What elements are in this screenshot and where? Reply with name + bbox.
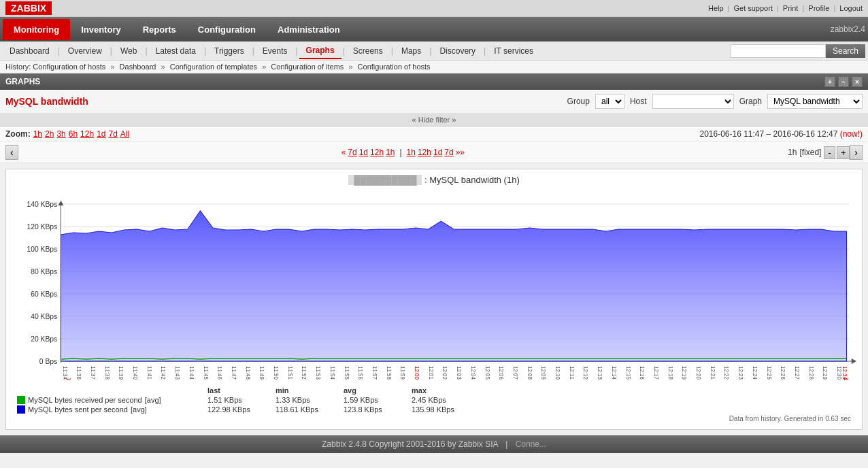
zoom-1d[interactable]: 1d: [97, 129, 105, 139]
svg-text:12:29: 12:29: [822, 366, 828, 380]
nav-back-far[interactable]: «: [341, 148, 346, 157]
breadcrumb-item-2[interactable]: Dashboard: [120, 63, 156, 71]
zoom-all[interactable]: All: [120, 129, 129, 139]
subnav-discovery[interactable]: Discovery: [433, 44, 482, 58]
breadcrumb-item-4[interactable]: Configuration of items: [271, 63, 344, 71]
nav-1d-back[interactable]: 1d: [359, 148, 368, 157]
collapse-icon[interactable]: −: [838, 76, 849, 87]
graph-title-prefix: ██████████: [348, 175, 422, 185]
subnav-screens[interactable]: Screens: [346, 44, 390, 58]
print-link[interactable]: Print: [783, 4, 799, 12]
svg-text:12:01: 12:01: [428, 366, 434, 380]
legend-max-received: 2.45 KBps: [412, 396, 493, 404]
zoom-12h[interactable]: 12h: [80, 129, 94, 139]
nav-1h-fwd[interactable]: 1h: [407, 148, 416, 157]
svg-text:12:04: 12:04: [470, 366, 476, 380]
subnav-dashboard[interactable]: Dashboard: [3, 44, 56, 58]
search-bar: Search: [731, 44, 865, 58]
subnav-events[interactable]: Events: [256, 44, 295, 58]
time-to: 2016-06-16 12:47: [773, 129, 838, 139]
svg-text:11:40: 11:40: [132, 366, 138, 380]
section-header-icons: + − ×: [824, 76, 863, 87]
close-icon[interactable]: ×: [852, 76, 863, 87]
legend-label-sent: MySQL bytes sent per second: [28, 405, 128, 414]
legend-col-min: min: [276, 386, 344, 395]
svg-text:60 KBps: 60 KBps: [31, 290, 57, 298]
nav-fixed: [fixed]: [799, 148, 821, 157]
nav-item-administration[interactable]: Administration: [267, 19, 351, 40]
nav-item-inventory[interactable]: Inventory: [70, 19, 132, 40]
top-bar-left: ZABBIX: [5, 1, 52, 15]
zoom-in-btn[interactable]: +: [837, 146, 850, 159]
nav-fwd-far[interactable]: »»: [456, 148, 465, 157]
subnav-graphs[interactable]: Graphs: [299, 43, 341, 59]
nav-item-configuration[interactable]: Configuration: [187, 19, 267, 40]
svg-text:12:12: 12:12: [582, 366, 588, 380]
nav-1d-fwd[interactable]: 1d: [433, 148, 442, 157]
graph-controls: Group all Host Graph MySQL bandwidth: [567, 94, 863, 109]
nav-12h-back[interactable]: 12h: [370, 148, 384, 157]
breadcrumb-item-1[interactable]: Configuration of hosts: [33, 63, 105, 71]
svg-text:11:58: 11:58: [386, 366, 392, 380]
zoom-label: Zoom:: [5, 129, 31, 139]
nav-item-monitoring[interactable]: Monitoring: [3, 19, 70, 40]
nav-12h-fwd[interactable]: 12h: [418, 148, 431, 157]
subnav-overview[interactable]: Overview: [61, 44, 109, 58]
svg-text:12:13: 12:13: [597, 366, 603, 380]
graph-select[interactable]: MySQL bandwidth: [767, 94, 863, 109]
legend-type-received: [avg]: [145, 396, 161, 404]
zoom-3h[interactable]: 3h: [56, 129, 65, 139]
next-arrow[interactable]: ›: [850, 145, 863, 160]
history-label: History:: [5, 63, 31, 71]
zoom-1h[interactable]: 1h: [33, 129, 42, 139]
svg-text:12:07: 12:07: [512, 366, 518, 380]
footer-connect[interactable]: Conne...: [516, 439, 546, 449]
get-support-link[interactable]: Get support: [733, 4, 772, 12]
subnav-latest-data[interactable]: Latest data: [149, 44, 203, 58]
legend: last min avg max MySQL bytes received pe…: [12, 386, 856, 414]
nav-7d-back[interactable]: 7d: [348, 148, 356, 157]
expand-icon[interactable]: +: [824, 76, 835, 87]
svg-text:80 KBps: 80 KBps: [31, 268, 57, 275]
svg-text:40 KBps: 40 KBps: [31, 313, 57, 320]
subnav-it-services[interactable]: IT services: [487, 44, 540, 58]
svg-text:12:19: 12:19: [681, 366, 687, 380]
logout-link[interactable]: Logout: [839, 4, 863, 12]
host-select[interactable]: [652, 94, 734, 109]
nav-1h-back[interactable]: 1h: [386, 148, 395, 157]
profile-link[interactable]: Profile: [808, 4, 829, 12]
legend-last-received: 1.51 KBps: [207, 396, 276, 404]
svg-text:12:26: 12:26: [780, 366, 786, 380]
svg-text:11:43: 11:43: [174, 366, 180, 380]
legend-color-received: [17, 396, 25, 404]
breadcrumb-item-5: Configuration of hosts: [358, 63, 431, 71]
legend-color-sent: [17, 405, 25, 414]
search-input[interactable]: [731, 44, 826, 58]
filter-bar[interactable]: « Hide filter »: [0, 114, 868, 127]
nav-item-reports[interactable]: Reports: [132, 19, 187, 40]
subnav-web[interactable]: Web: [114, 44, 144, 58]
help-link[interactable]: Help: [708, 4, 724, 12]
svg-text:11:41: 11:41: [146, 366, 152, 380]
zoom-2h[interactable]: 2h: [45, 129, 54, 139]
footer-copyright: Zabbix 2.4.8 Copyright 2001-2016 by Zabb…: [322, 439, 498, 449]
svg-text:11:59: 11:59: [399, 366, 405, 380]
zoom-out-btn[interactable]: -: [824, 146, 835, 159]
breadcrumb-item-3[interactable]: Configuration of templates: [170, 63, 257, 71]
zoom-7d[interactable]: 7d: [108, 129, 117, 139]
legend-label-received: MySQL bytes received per second: [28, 396, 142, 404]
group-select[interactable]: all: [595, 94, 624, 109]
svg-text:11:56: 11:56: [357, 366, 363, 380]
subnav-triggers[interactable]: Triggers: [207, 44, 251, 58]
svg-text:11:54: 11:54: [329, 366, 335, 380]
subnav-maps[interactable]: Maps: [395, 44, 428, 58]
zoom-6h[interactable]: 6h: [69, 129, 78, 139]
time-now[interactable]: (now!): [840, 129, 863, 139]
svg-text:11:37: 11:37: [90, 366, 96, 380]
graph-chart-title: ██████████ : MySQL bandwidth (1h): [12, 175, 856, 185]
prev-arrow[interactable]: ‹: [5, 145, 18, 160]
search-button[interactable]: Search: [826, 44, 865, 58]
svg-text:12:15: 12:15: [625, 366, 631, 380]
nav-7d-fwd[interactable]: 7d: [444, 148, 453, 157]
zoom-controls: Zoom: 1h 2h 3h 6h 12h 1d 7d All: [5, 129, 129, 139]
